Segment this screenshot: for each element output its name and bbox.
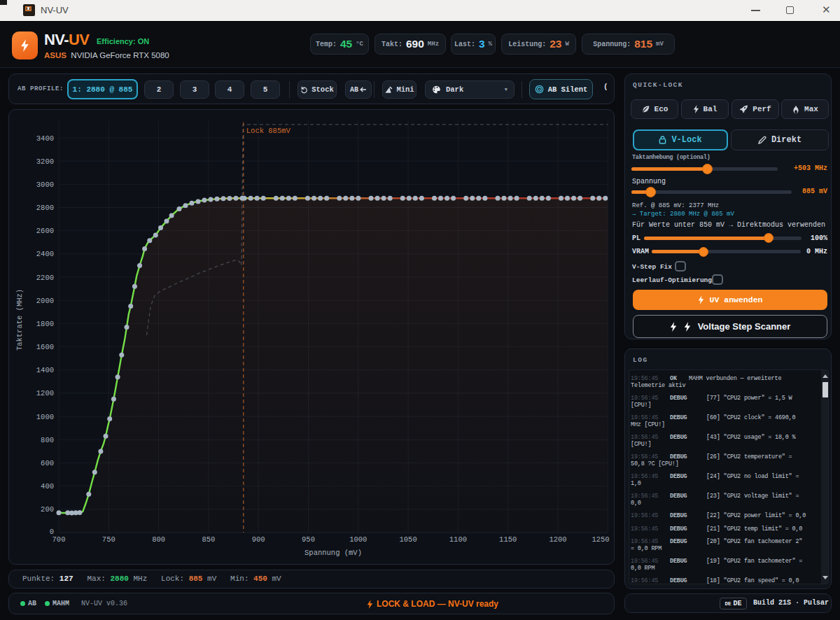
svg-text:3400: 3400 <box>36 134 54 143</box>
svg-text:400: 400 <box>41 482 54 491</box>
svg-text:3200: 3200 <box>36 157 54 166</box>
svg-text:800: 800 <box>152 535 165 544</box>
svg-text:2200: 2200 <box>36 274 54 282</box>
svg-text:1600: 1600 <box>36 343 54 351</box>
svg-text:850: 850 <box>202 535 215 544</box>
svg-text:1400: 1400 <box>36 366 54 374</box>
svg-text:1100: 1100 <box>449 535 467 544</box>
svg-text:600: 600 <box>41 459 54 467</box>
svg-text:750: 750 <box>102 535 115 544</box>
svg-text:700: 700 <box>52 535 66 544</box>
svg-text:0: 0 <box>50 528 54 536</box>
svg-text:2800: 2800 <box>36 204 54 212</box>
svg-text:1200: 1200 <box>36 389 54 397</box>
svg-text:950: 950 <box>302 535 315 544</box>
svg-text:3000: 3000 <box>36 181 54 189</box>
svg-text:1250: 1250 <box>592 535 609 544</box>
svg-text:1800: 1800 <box>36 320 54 328</box>
svg-text:200: 200 <box>41 505 54 514</box>
svg-text:1000: 1000 <box>36 413 54 421</box>
svg-text:900: 900 <box>252 535 265 544</box>
svg-text:Lock 885mV: Lock 885mV <box>246 127 291 135</box>
svg-text:Taktrate (MHz): Taktrate (MHz) <box>15 289 24 351</box>
svg-text:1200: 1200 <box>549 535 566 544</box>
svg-text:800: 800 <box>41 436 54 444</box>
svg-text:1000: 1000 <box>349 535 367 544</box>
svg-text:Spannung (mV): Spannung (mV) <box>304 549 362 557</box>
svg-text:2600: 2600 <box>36 227 54 235</box>
svg-text:1050: 1050 <box>399 535 416 544</box>
svg-text:2400: 2400 <box>36 250 54 258</box>
svg-text:1150: 1150 <box>499 535 517 544</box>
svg-text:2000: 2000 <box>36 297 54 305</box>
